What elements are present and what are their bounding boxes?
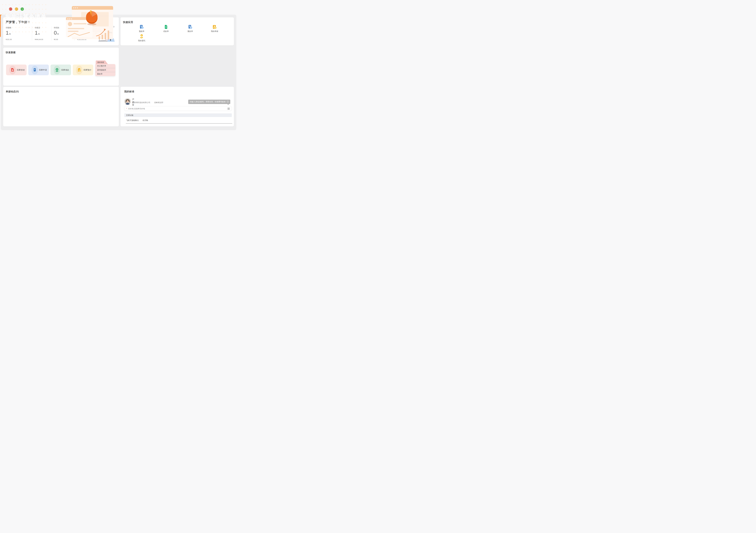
pie-chart-icon <box>85 10 99 26</box>
carousel-dot-inactive[interactable] <box>58 35 61 35</box>
apply-doc-icon <box>33 68 37 72</box>
button-label: 我要预付 <box>83 65 91 75</box>
growth-chart-icon <box>95 28 112 37</box>
user-company: 杨斯维特股份有限公司 <box>132 101 150 104</box>
quick-app-refund[interactable]: ¥ 退款单 <box>178 25 202 33</box>
quick-app-label: 我的单据 <box>202 30 227 33</box>
yuan-doc-exchange-icon: ¥ S <box>139 25 144 29</box>
recent-create-tab: 最新新建 <box>96 61 108 64</box>
create-prepay-button[interactable]: ¥ 我要预付 <box>73 65 93 75</box>
flight-class-row: 飞机可报销舱位 经济舱 <box>126 119 148 122</box>
bank-coin-icon: ¥ <box>77 68 81 72</box>
yuan-doc-fold-icon: ¥ <box>164 25 168 29</box>
person-doc-star-icon <box>212 25 217 29</box>
flight-class-label: 飞机可报销舱位 <box>126 119 139 121</box>
my-standards-card: 我的标准 严梦萦 杨斯维特股份有限公司战略规划部 先输入 [到达城市]，查看住宿… <box>121 87 234 126</box>
required-mark: * <box>126 108 127 110</box>
doc-activity-title: 单据动态(0) <box>6 90 19 93</box>
quick-app-pre-withholding[interactable]: ¥ S 预提单 <box>129 25 154 33</box>
create-apply-button[interactable]: 我要申请 <box>28 65 49 75</box>
svg-text:¥: ¥ <box>57 68 58 70</box>
quick-app-my-documents[interactable]: 我的单据 <box>202 25 227 33</box>
line-chart-icon <box>67 32 91 37</box>
create-reimburse-button[interactable]: 我要报销 <box>6 65 27 75</box>
recent-create-menu: 对公预付单 通用报销单 退款单 <box>95 64 115 76</box>
quick-app-label: 还款单 <box>154 30 178 33</box>
quick-app-my-delegation[interactable]: 我的委托 <box>129 34 154 42</box>
button-label: 我要申请 <box>39 65 47 75</box>
dashboard: 严梦萦，下午好！ 待报销 1张 ¥101.00 待提交 1张 ¥444,44.0… <box>0 0 237 131</box>
quick-app-label: 我的委托 <box>129 40 154 42</box>
quick-apps-title: 快捷应用 <box>123 21 133 24</box>
carousel-dot-active[interactable] <box>52 35 57 35</box>
svg-text:S: S <box>142 27 143 29</box>
svg-text:¥: ¥ <box>165 26 167 28</box>
destination-placeholder: 目的地:请选择目的地 <box>128 107 145 110</box>
quick-app-repayment[interactable]: ¥ 还款单 <box>154 25 178 33</box>
user-org: 杨斯维特股份有限公司战略规划部 <box>132 101 163 104</box>
banner-subtitle: 行程化差旅报销 <box>6 22 34 27</box>
avatar <box>124 98 131 105</box>
user-department: 战略规划部 <box>154 101 163 104</box>
destination-field[interactable]: * 目的地:请选择目的地 <box>124 106 232 111</box>
quick-create-card: 快速新建 我要报销 我要申请 <box>3 48 119 86</box>
section-transport: 交通运输 <box>124 113 232 117</box>
menu-item-refund[interactable]: 退款单 <box>95 72 115 76</box>
yuan-hand-icon: ¥ <box>55 68 59 72</box>
list-icon[interactable] <box>227 107 230 110</box>
quick-app-label: 预提单 <box>129 30 154 33</box>
coin-hand-icon <box>139 34 144 39</box>
close-icon[interactable] <box>227 100 229 103</box>
menu-item-general-reimburse[interactable]: 通用报销单 <box>95 68 115 72</box>
quick-app-label: 退款单 <box>178 30 202 33</box>
menu-item-corp-prepay[interactable]: 对公预付单 <box>95 64 115 68</box>
svg-text:¥: ¥ <box>80 70 80 71</box>
quick-create-title: 快速新建 <box>6 51 16 54</box>
reimburse-doc-icon <box>11 68 14 72</box>
quick-apps-card: 快捷应用 ¥ S 预提单 ¥ 还款单 ¥ <box>121 17 234 45</box>
standards-tooltip: 先输入 [到达城市]，查看住宿、伙食费等标准 <box>188 100 230 104</box>
button-label: 我要报销 <box>17 65 25 75</box>
create-borrow-button[interactable]: ¥ 我要借款 <box>50 65 71 75</box>
my-standards-title: 我的标准 <box>124 90 134 93</box>
flight-class-value: 经济舱 <box>143 119 148 121</box>
banner-title: 智能计算免填单 <box>5 13 46 21</box>
yuan-doc-return-icon: ¥ <box>188 25 193 29</box>
doc-activity-card: 单据动态(0) <box>3 87 119 126</box>
button-label: 我要借款 <box>61 65 69 75</box>
